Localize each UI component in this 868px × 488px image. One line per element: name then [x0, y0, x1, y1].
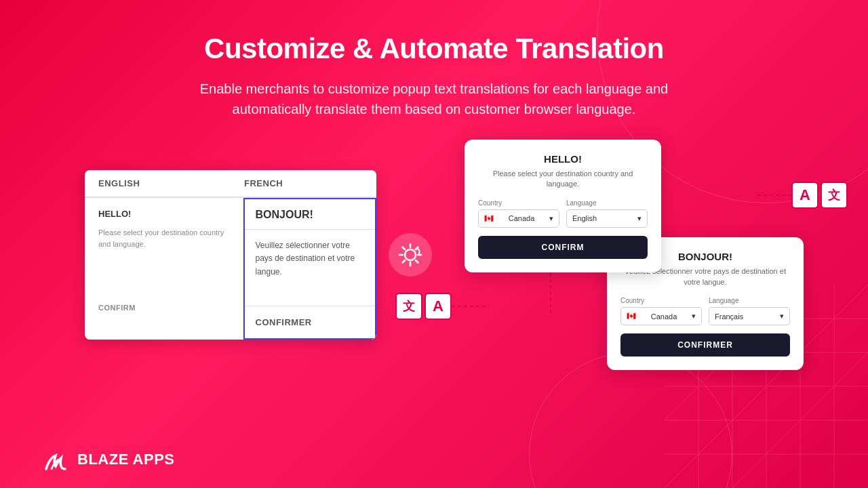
popup-english-fields: Country 🇨🇦 Canada ▾ Language English ▾ [478, 199, 648, 228]
french-hello: BONJOUR! [245, 199, 376, 230]
french-confirm-button[interactable]: CONFIRMER [620, 333, 790, 357]
popup-english: HELLO! Please select your destination co… [465, 140, 661, 272]
content-area: ENGLISH FRENCH HELLO! Please select your… [0, 140, 868, 370]
french-country-label: Country [620, 297, 702, 304]
svg-line-21 [403, 260, 406, 263]
a-latin-icon-top: A [791, 182, 818, 209]
tab-french[interactable]: FRENCH [231, 170, 376, 198]
popup-french-fields: Country 🇨🇦 Canada ▾ Language Français ▾ [620, 297, 790, 325]
table-body: HELLO! Please select your destination co… [85, 198, 376, 340]
english-language-value: English [572, 214, 597, 222]
logo-area: BLAZE APPS [41, 445, 175, 474]
popup-english-subtitle: Please select your destination country a… [478, 169, 648, 190]
english-confirm: CONFIRM [98, 304, 229, 312]
chevron-down-icon-4: ▾ [780, 312, 784, 321]
col-english: HELLO! Please select your destination co… [85, 198, 243, 340]
col-french: BONJOUR! Veuillez sélectionner votre pay… [243, 198, 377, 340]
popups-area: HELLO! Please select your destination co… [444, 140, 804, 370]
english-country-value: Canada [509, 214, 535, 222]
french-confirmer: CONFIRMER [245, 306, 376, 338]
english-language-label: Language [566, 199, 648, 207]
english-country-field: Country 🇨🇦 Canada ▾ [478, 199, 559, 228]
gear-icon [389, 233, 432, 277]
a-chinese-icon-bottom: 文 [395, 293, 422, 320]
french-country-select[interactable]: 🇨🇦 Canada ▾ [620, 307, 702, 325]
chevron-down-icon-2: ▾ [637, 214, 642, 223]
translate-icons-top: A 文 [757, 182, 848, 209]
svg-line-18 [403, 247, 406, 250]
a-latin-icon-bottom: A [425, 293, 452, 320]
tab-english[interactable]: ENGLISH [85, 170, 231, 198]
chevron-down-icon-3: ▾ [692, 312, 696, 321]
english-hello: HELLO! [98, 209, 229, 219]
french-desc: Veuillez sélectionner votre pays de dest… [245, 230, 376, 306]
english-country-select[interactable]: 🇨🇦 Canada ▾ [478, 209, 559, 228]
gear-arrow [376, 233, 444, 277]
chevron-down-icon-1: ▾ [549, 214, 553, 223]
a-chinese-icon-top: 文 [821, 182, 848, 209]
svg-line-19 [416, 260, 418, 263]
french-language-select[interactable]: Français ▾ [709, 307, 790, 325]
french-country-value: Canada [651, 312, 677, 321]
french-country-field: Country 🇨🇦 Canada ▾ [620, 297, 702, 325]
a-icons-top: A 文 [791, 182, 848, 209]
french-language-value: Français [715, 312, 743, 321]
translation-table: ENGLISH FRENCH HELLO! Please select your… [85, 170, 376, 340]
page-subtitle: Enable merchants to customize popup text… [0, 79, 868, 119]
english-language-field: Language English ▾ [566, 199, 648, 228]
svg-line-11 [732, 352, 868, 488]
logo-icon [41, 445, 71, 474]
flag-canada-2: 🇨🇦 [627, 312, 636, 321]
english-language-select[interactable]: English ▾ [566, 209, 648, 228]
translate-icons-bottom: 文 A [395, 293, 489, 320]
french-language-label: Language [709, 297, 790, 304]
english-confirm-button[interactable]: CONFIRM [478, 236, 648, 259]
page-title: Customize & Automate Translation [0, 33, 868, 65]
flag-canada-1: 🇨🇦 [484, 214, 494, 223]
logo-text: BLAZE APPS [77, 451, 175, 468]
popup-english-title: HELLO! [478, 153, 648, 165]
english-country-label: Country [478, 199, 559, 207]
french-language-field: Language Français ▾ [709, 297, 790, 325]
english-desc: Please select your destination country a… [98, 227, 229, 249]
a-icons-bottom: 文 A [395, 293, 452, 320]
svg-marker-22 [414, 248, 417, 251]
header-section: Customize & Automate Translation Enable … [0, 0, 868, 119]
table-header: ENGLISH FRENCH [85, 170, 376, 198]
svg-point-13 [405, 249, 416, 260]
